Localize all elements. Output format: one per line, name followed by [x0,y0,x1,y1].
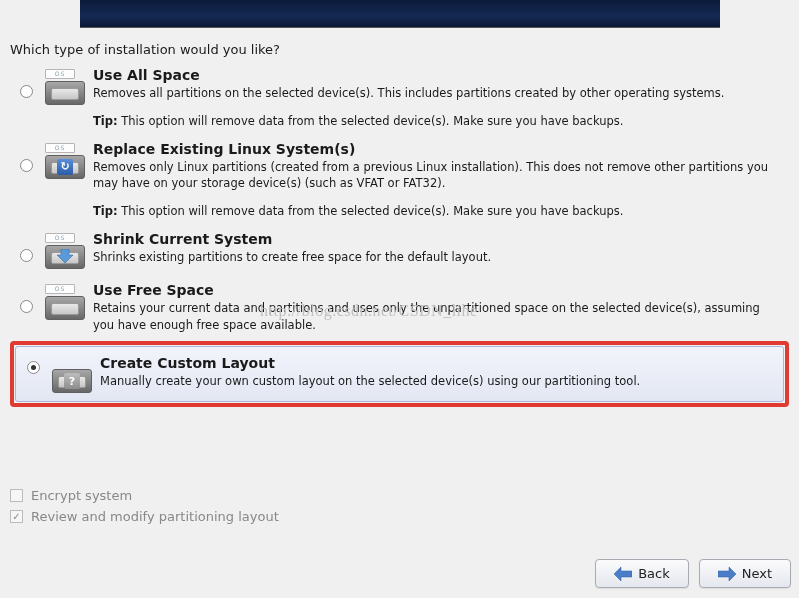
option-title: Replace Existing Linux System(s) [93,141,776,157]
back-button[interactable]: Back [595,559,689,588]
disk-shrink-icon: OS [45,233,85,269]
option-use-free-space[interactable]: OS Use Free Space Retains your current d… [10,277,789,338]
disk-replace-icon: OS ↻ [45,143,85,179]
bottom-checkboxes: Encrypt system Review and modify partiti… [10,488,279,530]
next-button[interactable]: Next [699,559,791,588]
option-title: Use All Space [93,67,776,83]
option-use-all-space[interactable]: OS Use All Space Removes all partitions … [10,62,789,133]
svg-marker-2 [718,567,736,581]
installer-banner [80,0,720,28]
option-title: Shrink Current System [93,231,776,247]
option-desc: Removes all partitions on the selected d… [93,85,776,102]
option-title: Create Custom Layout [100,355,769,371]
option-replace-linux[interactable]: OS ↻ Replace Existing Linux System(s) Re… [10,136,789,223]
svg-marker-0 [57,249,73,263]
encrypt-system-label: Encrypt system [31,488,132,503]
option-title: Use Free Space [93,282,776,298]
review-layout-row: Review and modify partitioning layout [10,509,279,524]
encrypt-system-checkbox [10,489,23,502]
option-desc: Retains your current data and partitions… [93,300,776,333]
radio-use-free-space[interactable] [20,300,33,313]
disk-freespace-icon: OS [45,284,85,320]
install-type-prompt: Which type of installation would you lik… [10,42,280,57]
next-arrow-icon [718,567,736,581]
radio-use-all-space[interactable] [20,85,33,98]
encrypt-system-row: Encrypt system [10,488,279,503]
install-type-options: OS Use All Space Removes all partitions … [10,62,789,410]
option-desc: Shrinks existing partitions to create fr… [93,249,776,266]
option-custom-layout[interactable]: ? Create Custom Layout Manually create y… [10,341,789,407]
radio-replace-linux[interactable] [20,159,33,172]
radio-custom-layout[interactable] [27,361,40,374]
option-tip: Tip: This option will remove data from t… [93,204,776,218]
back-button-label: Back [638,566,670,581]
option-shrink[interactable]: OS Shrink Current System Shrinks existin… [10,226,789,274]
review-layout-checkbox [10,510,23,523]
disk-blank-icon: OS [45,69,85,105]
back-arrow-icon [614,567,632,581]
disk-custom-icon: ? [52,357,92,393]
nav-buttons: Back Next [595,559,791,588]
review-layout-label: Review and modify partitioning layout [31,509,279,524]
next-button-label: Next [742,566,772,581]
radio-shrink[interactable] [20,249,33,262]
svg-marker-1 [614,567,632,581]
option-desc: Manually create your own custom layout o… [100,373,769,390]
option-tip: Tip: This option will remove data from t… [93,114,776,128]
option-desc: Removes only Linux partitions (created f… [93,159,776,192]
